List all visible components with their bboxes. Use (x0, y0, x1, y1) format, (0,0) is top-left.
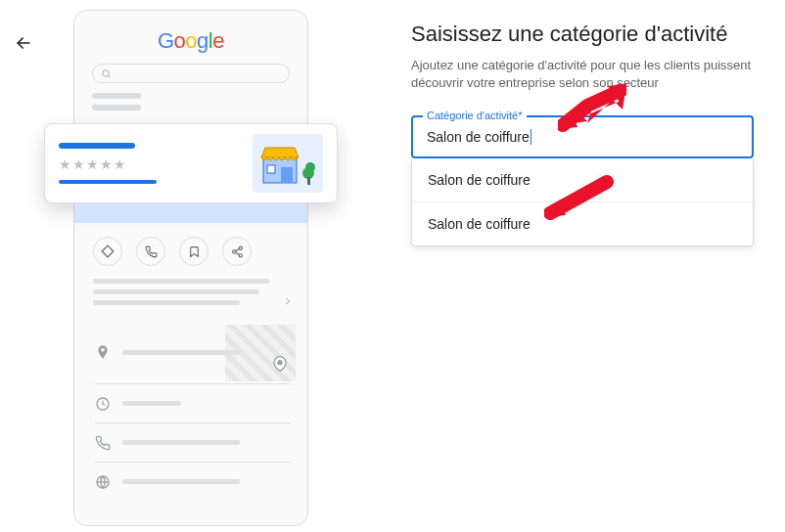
category-input[interactable]: Salon de coiffure (427, 129, 738, 145)
share-icon (231, 245, 244, 258)
svg-rect-2 (281, 167, 293, 183)
text-caret (531, 129, 531, 145)
svg-point-7 (239, 246, 242, 249)
svg-rect-3 (267, 165, 275, 173)
list-item (95, 383, 291, 422)
action-save (179, 237, 208, 266)
info-list (95, 332, 291, 501)
suggestion-item[interactable]: Salon de coiffure (412, 158, 753, 201)
rating-stars: ★★★★★ (59, 156, 243, 172)
location-icon (95, 344, 111, 360)
list-item (95, 422, 291, 462)
category-form: Saisissez une catégorie d'activité Ajout… (411, 22, 754, 246)
arrow-left-icon (14, 33, 33, 53)
subtitle-placeholder (59, 180, 157, 184)
svg-point-9 (239, 253, 242, 256)
list-item (95, 332, 291, 372)
svg-rect-6 (307, 177, 310, 185)
form-subtext: Ajoutez une catégorie d'activité pour qu… (411, 57, 754, 92)
action-directions (93, 237, 122, 266)
description-placeholder (93, 279, 289, 311)
clock-icon (95, 396, 111, 412)
title-placeholder (59, 143, 135, 149)
svg-point-5 (305, 162, 315, 172)
category-input-label: Catégorie d'activité* (423, 110, 527, 121)
category-input-wrapper[interactable]: Catégorie d'activité* Salon de coiffure (411, 115, 754, 158)
globe-icon (95, 474, 111, 490)
form-heading: Saisissez une catégorie d'activité (411, 22, 754, 47)
action-call (136, 237, 165, 266)
storefront-illustration (253, 134, 323, 193)
placeholder-line (92, 93, 141, 99)
phone-icon (95, 435, 111, 451)
placeholder-line (92, 105, 141, 111)
search-icon (101, 68, 112, 79)
suggestion-item[interactable]: Salon de coiffure (412, 201, 753, 245)
diamond-icon (101, 244, 115, 258)
google-logo: Google (74, 28, 307, 54)
listing-card-popout: ★★★★★ (44, 123, 338, 203)
popout-shadow-strip (74, 203, 307, 223)
list-item (95, 462, 291, 501)
bookmark-icon (188, 245, 201, 258)
category-suggestions: Salon de coiffure Salon de coiffure (411, 158, 754, 246)
chevron-right-icon (282, 293, 294, 311)
back-button[interactable] (12, 31, 35, 55)
svg-point-8 (232, 249, 235, 252)
storefront-icon (257, 138, 318, 189)
search-pill (92, 64, 290, 83)
action-icons-row (93, 237, 252, 266)
action-share (222, 237, 252, 266)
svg-point-0 (103, 69, 109, 75)
phone-icon (145, 245, 158, 258)
